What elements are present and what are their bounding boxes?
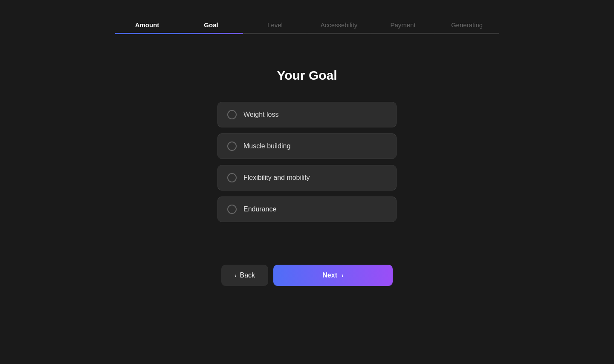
step-payment-bar [371, 33, 435, 34]
radio-muscle-building[interactable] [227, 142, 237, 151]
next-button[interactable]: Next › [273, 265, 393, 286]
step-goal-bar [179, 33, 243, 34]
bottom-buttons: ‹ Back Next › [221, 265, 393, 286]
option-muscle-building-label: Muscle building [243, 142, 290, 150]
option-endurance-label: Endurance [243, 205, 276, 213]
radio-flexibility-mobility[interactable] [227, 173, 237, 182]
back-button[interactable]: ‹ Back [221, 265, 268, 286]
step-generating-bar [435, 33, 499, 34]
option-flexibility-mobility-label: Flexibility and mobility [243, 174, 310, 182]
step-level[interactable]: Level [243, 21, 307, 34]
step-amount[interactable]: Amount [115, 21, 179, 34]
radio-endurance[interactable] [227, 205, 237, 214]
step-generating-label: Generating [451, 21, 483, 29]
main-content: Your Goal Weight loss Muscle building Fl… [0, 68, 614, 222]
chevron-left-icon: ‹ [235, 272, 237, 279]
page-title: Your Goal [277, 68, 337, 83]
option-muscle-building[interactable]: Muscle building [217, 133, 397, 159]
option-weight-loss[interactable]: Weight loss [217, 102, 397, 127]
option-flexibility-mobility[interactable]: Flexibility and mobility [217, 165, 397, 191]
step-payment-label: Payment [390, 21, 415, 29]
back-label: Back [240, 272, 255, 279]
steps-container: Amount Goal Level Accessebility Payment … [115, 21, 499, 34]
options-list: Weight loss Muscle building Flexibility … [217, 102, 397, 222]
step-accessebility-label: Accessebility [321, 21, 358, 29]
step-accessebility-bar [307, 33, 371, 34]
step-amount-label: Amount [135, 21, 159, 29]
step-goal-label: Goal [204, 21, 218, 29]
step-amount-bar [115, 33, 179, 34]
step-goal[interactable]: Goal [179, 21, 243, 34]
step-level-label: Level [267, 21, 283, 29]
step-payment[interactable]: Payment [371, 21, 435, 34]
chevron-right-icon: › [342, 272, 344, 279]
option-weight-loss-label: Weight loss [243, 111, 278, 118]
step-accessebility[interactable]: Accessebility [307, 21, 371, 34]
step-level-bar [243, 33, 307, 34]
step-generating[interactable]: Generating [435, 21, 499, 34]
radio-weight-loss[interactable] [227, 110, 237, 119]
next-label: Next [322, 272, 337, 279]
option-endurance[interactable]: Endurance [217, 196, 397, 222]
